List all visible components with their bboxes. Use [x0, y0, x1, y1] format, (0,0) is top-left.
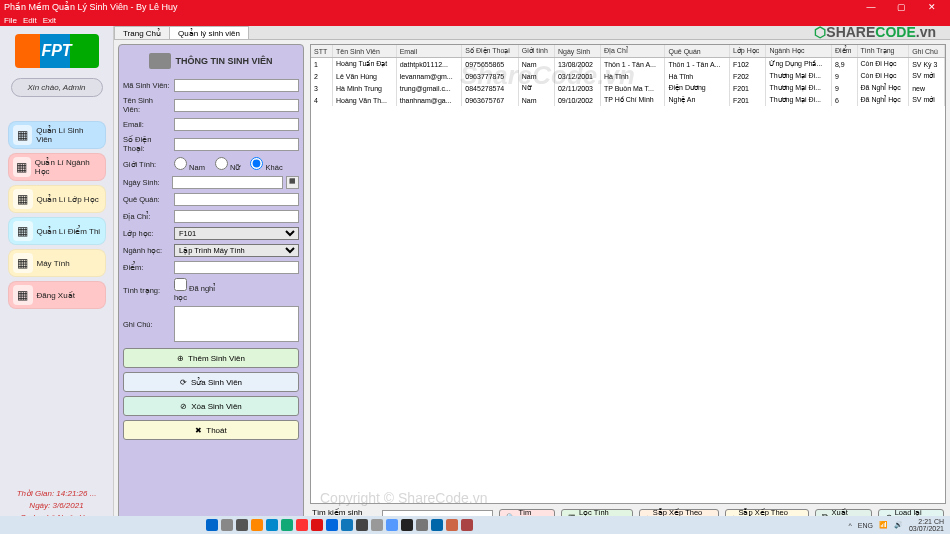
- nav-icon: ▦: [13, 285, 33, 305]
- tray-lang[interactable]: ENG: [858, 522, 873, 529]
- footer-time: Thời Gian: 14:21:26 ...: [17, 488, 97, 500]
- status-checkbox[interactable]: [174, 278, 187, 291]
- youtube-icon[interactable]: [311, 519, 323, 531]
- menubar: File Edit Exit: [0, 14, 950, 26]
- student-name-input[interactable]: [174, 99, 299, 112]
- nav-2[interactable]: ▦Quản Lí Lớp Học: [8, 185, 106, 213]
- note-textarea[interactable]: [174, 306, 299, 342]
- col-header[interactable]: Lớp Học: [729, 45, 765, 58]
- sharecode-logo: ⬡SHARECODE.vn: [814, 24, 936, 40]
- tab-students[interactable]: Quản lý sinh viên: [169, 26, 249, 39]
- chrome-icon[interactable]: [281, 519, 293, 531]
- sidebar: FPT Xin chào, Admin ▦Quản Lí Sinh Viên▦Q…: [0, 26, 114, 534]
- java2-icon[interactable]: [461, 519, 473, 531]
- nav-3[interactable]: ▦Quản Lí Điểm Thi: [8, 217, 106, 245]
- app6-icon[interactable]: [431, 519, 443, 531]
- taskbar-apps: [206, 519, 473, 531]
- radio-nu[interactable]: [215, 157, 228, 170]
- col-header[interactable]: Ghi Chú: [909, 45, 945, 58]
- folder-icon[interactable]: [251, 519, 263, 531]
- delete-button[interactable]: ⊘Xóa Sinh Viên: [123, 396, 299, 416]
- minimize-button[interactable]: —: [857, 2, 885, 12]
- globe-icon: ⬡: [814, 24, 826, 40]
- app-body: FPT Xin chào, Admin ▦Quản Lí Sinh Viên▦Q…: [0, 26, 950, 534]
- col-header[interactable]: Tên Sinh Viên: [333, 45, 397, 58]
- app-icon[interactable]: [296, 519, 308, 531]
- edge-icon[interactable]: [266, 519, 278, 531]
- plus-icon: ⊕: [177, 354, 184, 363]
- col-header[interactable]: Điểm: [831, 45, 857, 58]
- table-row[interactable]: 2Lê Văn Hùnglevannam@gm...0963777875Nam0…: [311, 70, 945, 82]
- table-panel: STTTên Sinh ViênEmailSố Điện ThoạiGiới t…: [310, 44, 946, 530]
- form-title: THÔNG TIN SINH VIÊN: [123, 49, 299, 77]
- tray-time: 2:21 CH: [909, 518, 944, 525]
- add-button[interactable]: ⊕Thêm Sinh Viên: [123, 348, 299, 368]
- col-header[interactable]: Giới tính: [518, 45, 554, 58]
- menu-file[interactable]: File: [4, 16, 17, 25]
- major-select[interactable]: Lập Trình Máy Tính: [174, 244, 299, 257]
- search-task-icon[interactable]: [221, 519, 233, 531]
- email-input[interactable]: [174, 118, 299, 131]
- nav-5[interactable]: ▦Đăng Xuất: [8, 281, 106, 309]
- nav-icon: ▦: [13, 125, 33, 145]
- class-select[interactable]: F101: [174, 227, 299, 240]
- col-header[interactable]: Ngày Sinh: [554, 45, 600, 58]
- exit-button[interactable]: ✖Thoát: [123, 420, 299, 440]
- nav-1[interactable]: ▦Quản Lí Ngành Học: [8, 153, 106, 181]
- col-header[interactable]: Ngành Học: [766, 45, 832, 58]
- app5-icon[interactable]: [416, 519, 428, 531]
- phone-input[interactable]: [174, 138, 299, 151]
- hometown-input[interactable]: [174, 193, 299, 206]
- table-row[interactable]: 3Hà Minh Trungtrung@gmail.c...0845278574…: [311, 82, 945, 94]
- tray-wifi-icon[interactable]: 📶: [879, 521, 888, 529]
- main: Trang Chủ Quản lý sinh viên THÔNG TIN SI…: [114, 26, 950, 534]
- radio-nam[interactable]: [174, 157, 187, 170]
- col-header[interactable]: STT: [311, 45, 333, 58]
- windows-icon[interactable]: [206, 519, 218, 531]
- nav-icon: ▦: [13, 157, 31, 177]
- address-input[interactable]: [174, 210, 299, 223]
- app2-icon[interactable]: [356, 519, 368, 531]
- maximize-button[interactable]: ▢: [887, 2, 915, 12]
- menu-edit[interactable]: Edit: [23, 16, 37, 25]
- student-id-input[interactable]: [174, 79, 299, 92]
- id-card-icon: [149, 53, 171, 69]
- messenger-icon[interactable]: [326, 519, 338, 531]
- app4-icon[interactable]: [386, 519, 398, 531]
- titlebar: Phần Mềm Quản Lý Sinh Viên - By Lê Huy —…: [0, 0, 950, 14]
- taskview-icon[interactable]: [236, 519, 248, 531]
- student-grid[interactable]: STTTên Sinh ViênEmailSố Điện ThoạiGiới t…: [310, 44, 946, 504]
- dob-input[interactable]: [172, 176, 283, 189]
- col-header[interactable]: Địa Chỉ: [600, 45, 665, 58]
- window-title: Phần Mềm Quản Lý Sinh Viên - By Lê Huy: [4, 2, 177, 12]
- table-row[interactable]: 4Hoàng Văn Th...thanhnam@ga...0963675767…: [311, 94, 945, 106]
- app3-icon[interactable]: [371, 519, 383, 531]
- close-button[interactable]: ✕: [918, 2, 946, 12]
- col-header[interactable]: Email: [396, 45, 462, 58]
- menu-exit[interactable]: Exit: [43, 16, 56, 25]
- tab-home[interactable]: Trang Chủ: [114, 26, 170, 39]
- java-icon[interactable]: [446, 519, 458, 531]
- tray-date: 03/07/2021: [909, 525, 944, 532]
- calendar-icon[interactable]: ▦: [286, 176, 299, 189]
- col-header[interactable]: Tình Trạng: [857, 45, 909, 58]
- steam-icon[interactable]: [401, 519, 413, 531]
- col-header[interactable]: Quê Quán: [665, 45, 730, 58]
- score-input[interactable]: [174, 261, 299, 274]
- edit-button[interactable]: ⟳Sửa Sinh Viên: [123, 372, 299, 392]
- content: THÔNG TIN SINH VIÊN Mã Sinh Viên: Tên Si…: [114, 40, 950, 534]
- nav-4[interactable]: ▦Máy Tính: [8, 249, 106, 277]
- system-tray: ^ ENG 📶 🔊 2:21 CH 03/07/2021: [848, 518, 944, 532]
- facebook-icon[interactable]: [341, 519, 353, 531]
- nav-icon: ▦: [13, 189, 33, 209]
- gender-radios: Nam Nữ Khác: [174, 157, 283, 172]
- tray-chevron-icon[interactable]: ^: [848, 522, 851, 529]
- taskbar: ^ ENG 📶 🔊 2:21 CH 03/07/2021: [0, 516, 950, 534]
- nav-icon: ▦: [13, 253, 33, 273]
- tray-volume-icon[interactable]: 🔊: [894, 521, 903, 529]
- student-form: THÔNG TIN SINH VIÊN Mã Sinh Viên: Tên Si…: [118, 44, 304, 530]
- table-row[interactable]: 1Hoàng Tuấn Đạtdathtpk01112...0975655865…: [311, 58, 945, 71]
- radio-khac[interactable]: [250, 157, 263, 170]
- nav-0[interactable]: ▦Quản Lí Sinh Viên: [8, 121, 106, 149]
- col-header[interactable]: Số Điện Thoại: [462, 45, 518, 58]
